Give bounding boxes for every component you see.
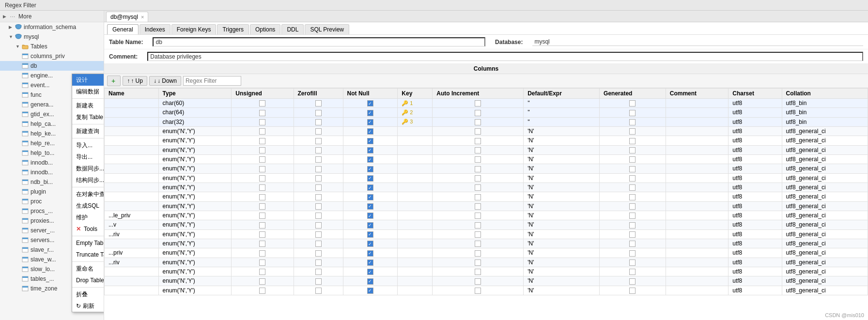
table-cell[interactable] [105,145,159,154]
table-cell[interactable] [433,248,524,258]
table-cell[interactable] [433,154,524,164]
table-cell[interactable] [105,126,159,136]
table-cell[interactable]: ✓ [343,286,398,295]
table-cell[interactable] [294,192,343,201]
table-cell[interactable] [294,145,343,154]
table-cell[interactable] [600,258,666,267]
table-cell[interactable] [433,276,524,286]
table-cell[interactable] [600,248,666,258]
tab-triggers[interactable]: Triggers [217,24,249,34]
table-cell[interactable] [433,201,524,211]
tab-options[interactable]: Options [250,24,280,34]
table-cell[interactable]: ✓ [343,99,398,108]
table-cell[interactable] [433,258,524,267]
table-cell[interactable]: ✓ [343,192,398,201]
table-cell[interactable]: ✓ [343,220,398,229]
table-cell[interactable] [232,229,294,239]
ctx-item-copy_table[interactable]: 复制 Table ▶ [72,111,104,123]
table-cell[interactable] [294,239,343,248]
table-cell[interactable]: ✓ [343,201,398,211]
table-cell[interactable]: ✓ [343,154,398,164]
table-cell[interactable]: ✓ [343,117,398,126]
table-cell[interactable] [433,164,524,173]
tab-foreign-keys[interactable]: Foreign Keys [171,24,217,34]
table-cell[interactable] [232,164,294,173]
table-cell[interactable] [232,136,294,145]
table-cell[interactable] [232,173,294,183]
table-cell[interactable] [294,136,343,145]
table-cell[interactable] [105,276,159,286]
table-cell[interactable] [105,192,159,201]
table-cell[interactable] [600,99,666,108]
table-cell[interactable] [294,267,343,276]
table-cell[interactable] [294,258,343,267]
regex-filter-input[interactable] [183,76,241,86]
table-cell[interactable] [294,201,343,211]
table-cell[interactable]: ✓ [343,258,398,267]
table-cell[interactable] [294,248,343,258]
up-button[interactable]: ↑ ↑ Up [123,76,147,86]
table-cell[interactable] [600,154,666,164]
sidebar-item-tables-folder[interactable]: ▼ Tables [0,42,104,51]
table-cell[interactable] [232,99,294,108]
table-cell[interactable] [105,173,159,183]
table-cell[interactable] [600,108,666,117]
table-cell[interactable] [294,183,343,192]
table-cell[interactable] [600,201,666,211]
table-cell[interactable] [433,220,524,229]
table-cell[interactable] [232,267,294,276]
table-cell[interactable] [232,154,294,164]
table-cell[interactable] [294,276,343,286]
table-cell[interactable] [433,108,524,117]
table-cell[interactable] [232,117,294,126]
ctx-item-drop_table[interactable]: Drop Table [72,274,104,286]
table-name-input[interactable] [153,37,485,46]
ctx-item-struct_sync[interactable]: 结构同步... [72,174,104,186]
ctx-item-maintain[interactable]: 维护 ▶ [72,212,104,223]
table-cell[interactable] [294,108,343,117]
table-cell[interactable] [232,126,294,136]
table-cell[interactable] [433,136,524,145]
table-cell[interactable] [433,145,524,154]
down-button[interactable]: ↓ ↓ Down [149,76,181,86]
table-cell[interactable] [105,239,159,248]
table-cell[interactable] [600,211,666,220]
table-cell[interactable]: ✓ [343,173,398,183]
table-cell[interactable] [294,173,343,183]
table-cell[interactable] [433,239,524,248]
table-cell[interactable] [433,117,524,126]
table-cell[interactable] [232,276,294,286]
table-cell[interactable]: ...riv [105,229,159,239]
table-cell[interactable] [294,164,343,173]
table-cell[interactable] [294,154,343,164]
table-cell[interactable] [433,173,524,183]
table-cell[interactable] [600,286,666,295]
table-cell[interactable] [294,126,343,136]
table-cell[interactable] [600,117,666,126]
ctx-item-new_query[interactable]: 新建查询 [72,125,104,137]
table-cell[interactable] [105,286,159,295]
sidebar-item-columns_priv[interactable]: columns_priv [0,51,104,61]
table-cell[interactable] [105,154,159,164]
table-cell[interactable] [600,136,666,145]
ctx-item-import[interactable]: 导入... [72,139,104,151]
ctx-item-collapse[interactable]: 折叠 Ctrl+Shift+C [72,289,104,300]
table-cell[interactable] [294,286,343,295]
tab-ddl[interactable]: DDL [281,24,304,34]
table-cell[interactable]: ✓ [343,267,398,276]
table-cell[interactable]: ...priv [105,248,159,258]
add-column-button[interactable]: + [107,76,121,86]
table-cell[interactable]: ✓ [343,229,398,239]
table-cell[interactable] [600,145,666,154]
table-cell[interactable] [105,267,159,276]
table-cell[interactable] [294,117,343,126]
table-cell[interactable]: ✓ [343,145,398,154]
table-cell[interactable]: ✓ [343,248,398,258]
table-cell[interactable] [232,145,294,154]
table-cell[interactable] [600,220,666,229]
table-cell[interactable]: ✓ [343,211,398,220]
ctx-item-edit_data[interactable]: 编辑数据 [72,86,104,97]
table-cell[interactable] [600,192,666,201]
table-cell[interactable] [232,201,294,211]
table-cell[interactable] [232,248,294,258]
